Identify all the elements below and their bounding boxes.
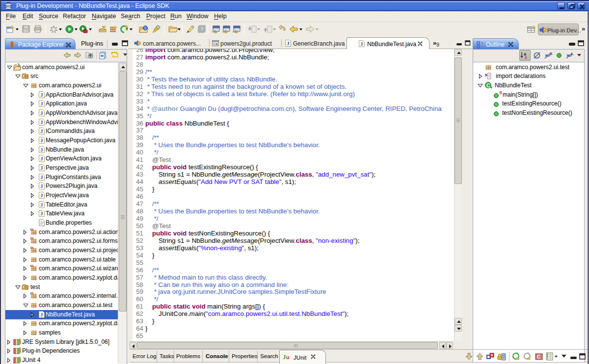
svg-text:L: L xyxy=(571,52,574,56)
svg-text:z: z xyxy=(525,55,527,60)
svg-text:S: S xyxy=(550,52,553,56)
svg-text:C: C xyxy=(537,354,540,360)
